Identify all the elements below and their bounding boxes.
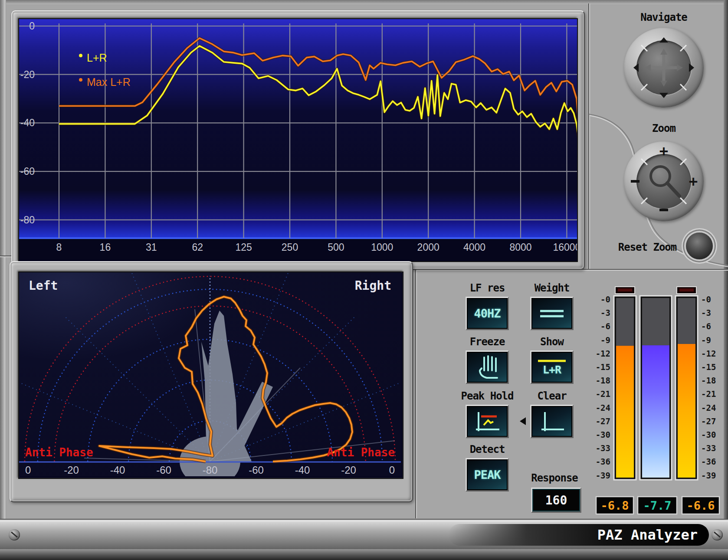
- svg-text:Max L+R: Max L+R: [87, 76, 131, 88]
- svg-text:-6.6: -6.6: [686, 499, 715, 512]
- svg-text:31: 31: [146, 242, 157, 253]
- svg-text:-6: -6: [701, 321, 711, 331]
- screw-icon-right: [712, 529, 723, 540]
- svg-text:8: 8: [56, 242, 62, 253]
- svg-text:-20: -20: [341, 464, 356, 476]
- svg-text:-36: -36: [701, 457, 716, 466]
- peak-hold-icon: [472, 409, 503, 435]
- svg-text:-39: -39: [701, 471, 716, 480]
- svg-text:-27: -27: [701, 416, 716, 426]
- polar-chart: LeftRightAnti PhaseAnti Phase0-20-40-60-…: [19, 272, 401, 476]
- svg-text:-12: -12: [701, 349, 716, 358]
- svg-text:62: 62: [192, 242, 203, 253]
- svg-text:-80: -80: [203, 464, 218, 476]
- navigate-pad[interactable]: [624, 28, 704, 108]
- svg-text:-20: -20: [64, 464, 79, 476]
- peak-hold-button[interactable]: [466, 405, 509, 438]
- freeze-hand-icon: [472, 354, 502, 381]
- svg-text:1000: 1000: [371, 242, 393, 253]
- response-value-box[interactable]: 160: [531, 488, 581, 513]
- navigate-arrows-icon: [624, 28, 704, 108]
- svg-text:-9: -9: [600, 335, 610, 345]
- spectrum-chart: 81631621252505001000200040008000160000-2…: [19, 19, 577, 261]
- svg-text:+: +: [689, 173, 698, 190]
- lf-res-button[interactable]: 40HZ: [466, 297, 509, 330]
- divider-titlebar: [0, 519, 728, 520]
- paz-analyzer-window: 81631621252505001000200040008000160000-2…: [0, 0, 728, 560]
- svg-text:+: +: [659, 142, 668, 160]
- weight-button[interactable]: [530, 297, 574, 330]
- svg-text:16000: 16000: [553, 242, 577, 253]
- svg-text:-15: -15: [596, 362, 610, 372]
- show-value: L+R: [543, 364, 561, 376]
- detect-button[interactable]: PEAK: [466, 458, 509, 491]
- polar-display-frame: LeftRightAnti PhaseAnti Phase0-20-40-60-…: [10, 261, 413, 502]
- peak-hold-label: Peak Hold: [461, 390, 513, 402]
- polar-display: LeftRightAnti PhaseAnti Phase0-20-40-60-…: [18, 272, 403, 479]
- svg-text:-30: -30: [701, 430, 716, 439]
- reset-zoom-button[interactable]: [686, 233, 713, 259]
- svg-text:0: 0: [25, 464, 31, 476]
- svg-text:500: 500: [328, 242, 344, 253]
- svg-text:0: 0: [29, 20, 35, 32]
- spectrum-display-frame: 81631621252505001000200040008000160000-2…: [11, 10, 585, 270]
- svg-text:-0: -0: [600, 295, 610, 304]
- lf-res-label: LF res: [470, 282, 505, 294]
- clear-button[interactable]: [530, 405, 574, 438]
- svg-text:125: 125: [235, 242, 252, 253]
- show-yellow-line-icon: [536, 358, 567, 364]
- svg-text:-40: -40: [295, 464, 310, 476]
- zoom-pad[interactable]: ++: [624, 141, 704, 221]
- title-bar: PAZ Analyzer: [0, 521, 728, 550]
- detect-value: PEAK: [474, 468, 500, 481]
- svg-text:Left: Left: [29, 278, 58, 293]
- svg-text:-21: -21: [701, 389, 716, 399]
- svg-text:-30: -30: [596, 430, 610, 439]
- svg-text:-3: -3: [600, 308, 610, 318]
- svg-text:-60: -60: [20, 166, 35, 177]
- svg-text:-7.7: -7.7: [643, 499, 671, 512]
- svg-text:Right: Right: [355, 278, 391, 293]
- svg-text:-33: -33: [701, 443, 716, 453]
- bottom-strip: [0, 549, 728, 560]
- svg-text:-15: -15: [701, 362, 716, 372]
- spectrum-display: 81631621252505001000200040008000160000-2…: [18, 18, 578, 262]
- meter-fill: [616, 346, 634, 478]
- meter-fill: [642, 345, 669, 478]
- svg-text:-33: -33: [596, 443, 610, 453]
- svg-text:-20: -20: [20, 69, 35, 80]
- svg-text:-12: -12: [596, 349, 610, 358]
- svg-text:-24: -24: [596, 403, 610, 413]
- svg-text:L+R: L+R: [87, 52, 107, 64]
- svg-text:-6.8: -6.8: [600, 499, 629, 512]
- title-pill: PAZ Analyzer: [449, 524, 709, 546]
- svg-text:16: 16: [100, 242, 111, 253]
- reset-zoom-label: Reset Zoom: [618, 241, 677, 253]
- plugin-title: PAZ Analyzer: [597, 527, 698, 543]
- navigate-label: Navigate: [640, 11, 687, 23]
- svg-text:8000: 8000: [509, 242, 531, 253]
- svg-text:-60: -60: [249, 464, 264, 476]
- svg-text:250: 250: [282, 242, 298, 253]
- clear-pointer-icon: [520, 417, 526, 425]
- svg-text:-39: -39: [596, 471, 610, 480]
- svg-text:-60: -60: [156, 464, 171, 476]
- window-edge-left: [0, 0, 6, 560]
- svg-text:2000: 2000: [417, 242, 439, 253]
- weight-flat-lines-icon: [537, 305, 567, 322]
- svg-text:-21: -21: [596, 389, 610, 399]
- svg-text:-80: -80: [20, 214, 35, 226]
- svg-text:-6: -6: [600, 321, 610, 331]
- show-button[interactable]: L+R: [530, 350, 574, 384]
- detect-label: Detect: [470, 443, 505, 455]
- svg-text:Anti Phase: Anti Phase: [327, 446, 395, 459]
- clear-label: Clear: [537, 390, 566, 402]
- freeze-label: Freeze: [470, 336, 505, 348]
- show-label: Show: [540, 336, 564, 348]
- divider-vertical: [415, 256, 416, 518]
- lf-res-value: 40HZ: [474, 307, 500, 320]
- svg-text:-40: -40: [20, 117, 35, 128]
- clear-axes-icon: [536, 409, 567, 435]
- freeze-button[interactable]: [466, 350, 509, 384]
- svg-text:-18: -18: [701, 376, 716, 385]
